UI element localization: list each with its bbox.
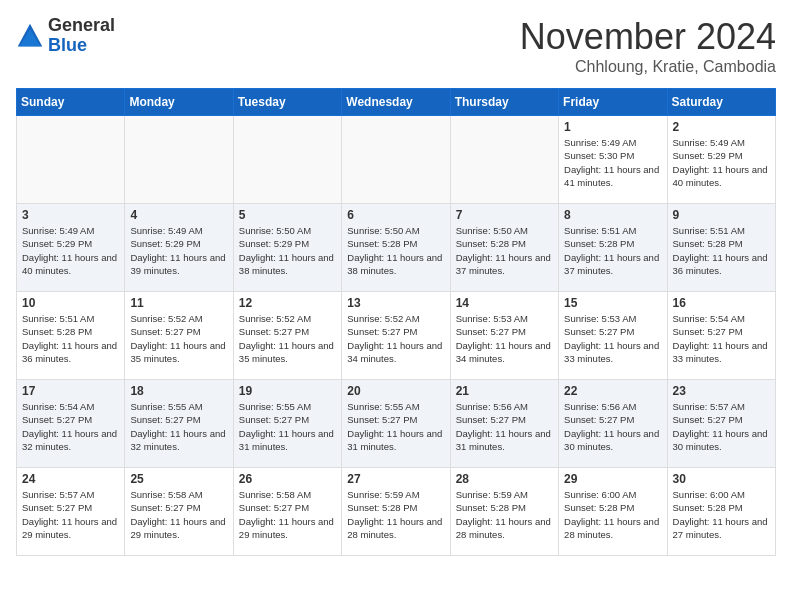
calendar-cell: 14Sunrise: 5:53 AMSunset: 5:27 PMDayligh… xyxy=(450,292,558,380)
weekday-header-saturday: Saturday xyxy=(667,89,775,116)
day-number: 6 xyxy=(347,208,444,222)
day-number: 12 xyxy=(239,296,336,310)
calendar-table: SundayMondayTuesdayWednesdayThursdayFrid… xyxy=(16,88,776,556)
weekday-header-wednesday: Wednesday xyxy=(342,89,450,116)
calendar-cell: 27Sunrise: 5:59 AMSunset: 5:28 PMDayligh… xyxy=(342,468,450,556)
day-number: 23 xyxy=(673,384,770,398)
day-info: Sunrise: 5:51 AMSunset: 5:28 PMDaylight:… xyxy=(22,312,119,365)
day-info: Sunrise: 5:53 AMSunset: 5:27 PMDaylight:… xyxy=(564,312,661,365)
day-number: 18 xyxy=(130,384,227,398)
calendar-cell: 5Sunrise: 5:50 AMSunset: 5:29 PMDaylight… xyxy=(233,204,341,292)
calendar-cell: 25Sunrise: 5:58 AMSunset: 5:27 PMDayligh… xyxy=(125,468,233,556)
day-number: 9 xyxy=(673,208,770,222)
page-header: General Blue November 2024 Chhloung, Kra… xyxy=(16,16,776,76)
logo-general: General xyxy=(48,16,115,36)
calendar-cell: 17Sunrise: 5:54 AMSunset: 5:27 PMDayligh… xyxy=(17,380,125,468)
weekday-header-friday: Friday xyxy=(559,89,667,116)
day-number: 24 xyxy=(22,472,119,486)
calendar-cell: 1Sunrise: 5:49 AMSunset: 5:30 PMDaylight… xyxy=(559,116,667,204)
weekday-header-sunday: Sunday xyxy=(17,89,125,116)
calendar-week-row: 24Sunrise: 5:57 AMSunset: 5:27 PMDayligh… xyxy=(17,468,776,556)
day-number: 13 xyxy=(347,296,444,310)
day-info: Sunrise: 6:00 AMSunset: 5:28 PMDaylight:… xyxy=(564,488,661,541)
calendar-cell: 20Sunrise: 5:55 AMSunset: 5:27 PMDayligh… xyxy=(342,380,450,468)
day-info: Sunrise: 5:58 AMSunset: 5:27 PMDaylight:… xyxy=(239,488,336,541)
day-number: 5 xyxy=(239,208,336,222)
calendar-cell: 4Sunrise: 5:49 AMSunset: 5:29 PMDaylight… xyxy=(125,204,233,292)
calendar-cell: 9Sunrise: 5:51 AMSunset: 5:28 PMDaylight… xyxy=(667,204,775,292)
day-number: 4 xyxy=(130,208,227,222)
day-number: 2 xyxy=(673,120,770,134)
day-number: 19 xyxy=(239,384,336,398)
day-number: 11 xyxy=(130,296,227,310)
day-info: Sunrise: 5:54 AMSunset: 5:27 PMDaylight:… xyxy=(22,400,119,453)
logo: General Blue xyxy=(16,16,115,56)
calendar-cell xyxy=(233,116,341,204)
day-info: Sunrise: 5:49 AMSunset: 5:30 PMDaylight:… xyxy=(564,136,661,189)
day-number: 25 xyxy=(130,472,227,486)
calendar-cell: 30Sunrise: 6:00 AMSunset: 5:28 PMDayligh… xyxy=(667,468,775,556)
location-subtitle: Chhloung, Kratie, Cambodia xyxy=(520,58,776,76)
calendar-cell: 2Sunrise: 5:49 AMSunset: 5:29 PMDaylight… xyxy=(667,116,775,204)
day-info: Sunrise: 5:55 AMSunset: 5:27 PMDaylight:… xyxy=(347,400,444,453)
calendar-cell: 29Sunrise: 6:00 AMSunset: 5:28 PMDayligh… xyxy=(559,468,667,556)
day-number: 26 xyxy=(239,472,336,486)
calendar-cell xyxy=(450,116,558,204)
day-info: Sunrise: 5:51 AMSunset: 5:28 PMDaylight:… xyxy=(673,224,770,277)
day-number: 3 xyxy=(22,208,119,222)
calendar-cell xyxy=(17,116,125,204)
calendar-cell: 10Sunrise: 5:51 AMSunset: 5:28 PMDayligh… xyxy=(17,292,125,380)
day-info: Sunrise: 5:55 AMSunset: 5:27 PMDaylight:… xyxy=(130,400,227,453)
month-title: November 2024 xyxy=(520,16,776,58)
calendar-cell: 28Sunrise: 5:59 AMSunset: 5:28 PMDayligh… xyxy=(450,468,558,556)
day-info: Sunrise: 5:56 AMSunset: 5:27 PMDaylight:… xyxy=(456,400,553,453)
calendar-cell: 24Sunrise: 5:57 AMSunset: 5:27 PMDayligh… xyxy=(17,468,125,556)
calendar-week-row: 1Sunrise: 5:49 AMSunset: 5:30 PMDaylight… xyxy=(17,116,776,204)
day-info: Sunrise: 5:52 AMSunset: 5:27 PMDaylight:… xyxy=(347,312,444,365)
day-info: Sunrise: 5:58 AMSunset: 5:27 PMDaylight:… xyxy=(130,488,227,541)
calendar-week-row: 17Sunrise: 5:54 AMSunset: 5:27 PMDayligh… xyxy=(17,380,776,468)
day-number: 22 xyxy=(564,384,661,398)
calendar-cell: 13Sunrise: 5:52 AMSunset: 5:27 PMDayligh… xyxy=(342,292,450,380)
calendar-cell: 12Sunrise: 5:52 AMSunset: 5:27 PMDayligh… xyxy=(233,292,341,380)
calendar-cell: 23Sunrise: 5:57 AMSunset: 5:27 PMDayligh… xyxy=(667,380,775,468)
calendar-cell: 8Sunrise: 5:51 AMSunset: 5:28 PMDaylight… xyxy=(559,204,667,292)
day-info: Sunrise: 5:49 AMSunset: 5:29 PMDaylight:… xyxy=(22,224,119,277)
calendar-cell: 18Sunrise: 5:55 AMSunset: 5:27 PMDayligh… xyxy=(125,380,233,468)
day-info: Sunrise: 5:59 AMSunset: 5:28 PMDaylight:… xyxy=(456,488,553,541)
calendar-cell: 22Sunrise: 5:56 AMSunset: 5:27 PMDayligh… xyxy=(559,380,667,468)
calendar-cell xyxy=(342,116,450,204)
day-info: Sunrise: 5:50 AMSunset: 5:28 PMDaylight:… xyxy=(456,224,553,277)
day-info: Sunrise: 6:00 AMSunset: 5:28 PMDaylight:… xyxy=(673,488,770,541)
day-number: 20 xyxy=(347,384,444,398)
day-number: 17 xyxy=(22,384,119,398)
day-number: 30 xyxy=(673,472,770,486)
calendar-cell: 6Sunrise: 5:50 AMSunset: 5:28 PMDaylight… xyxy=(342,204,450,292)
logo-icon xyxy=(16,22,44,50)
day-number: 1 xyxy=(564,120,661,134)
calendar-week-row: 10Sunrise: 5:51 AMSunset: 5:28 PMDayligh… xyxy=(17,292,776,380)
day-info: Sunrise: 5:56 AMSunset: 5:27 PMDaylight:… xyxy=(564,400,661,453)
day-number: 27 xyxy=(347,472,444,486)
calendar-cell: 3Sunrise: 5:49 AMSunset: 5:29 PMDaylight… xyxy=(17,204,125,292)
day-info: Sunrise: 5:53 AMSunset: 5:27 PMDaylight:… xyxy=(456,312,553,365)
day-info: Sunrise: 5:54 AMSunset: 5:27 PMDaylight:… xyxy=(673,312,770,365)
calendar-cell: 15Sunrise: 5:53 AMSunset: 5:27 PMDayligh… xyxy=(559,292,667,380)
day-info: Sunrise: 5:51 AMSunset: 5:28 PMDaylight:… xyxy=(564,224,661,277)
calendar-cell: 19Sunrise: 5:55 AMSunset: 5:27 PMDayligh… xyxy=(233,380,341,468)
day-number: 16 xyxy=(673,296,770,310)
day-info: Sunrise: 5:50 AMSunset: 5:28 PMDaylight:… xyxy=(347,224,444,277)
day-number: 28 xyxy=(456,472,553,486)
calendar-cell: 26Sunrise: 5:58 AMSunset: 5:27 PMDayligh… xyxy=(233,468,341,556)
calendar-cell: 16Sunrise: 5:54 AMSunset: 5:27 PMDayligh… xyxy=(667,292,775,380)
day-info: Sunrise: 5:55 AMSunset: 5:27 PMDaylight:… xyxy=(239,400,336,453)
day-number: 21 xyxy=(456,384,553,398)
day-info: Sunrise: 5:52 AMSunset: 5:27 PMDaylight:… xyxy=(239,312,336,365)
day-info: Sunrise: 5:59 AMSunset: 5:28 PMDaylight:… xyxy=(347,488,444,541)
day-number: 7 xyxy=(456,208,553,222)
day-number: 8 xyxy=(564,208,661,222)
day-info: Sunrise: 5:57 AMSunset: 5:27 PMDaylight:… xyxy=(22,488,119,541)
title-area: November 2024 Chhloung, Kratie, Cambodia xyxy=(520,16,776,76)
logo-blue: Blue xyxy=(48,36,115,56)
calendar-cell: 11Sunrise: 5:52 AMSunset: 5:27 PMDayligh… xyxy=(125,292,233,380)
